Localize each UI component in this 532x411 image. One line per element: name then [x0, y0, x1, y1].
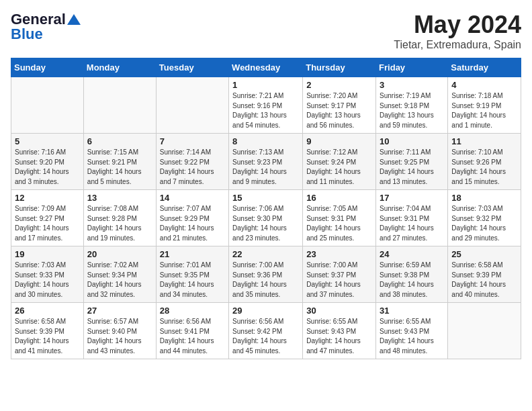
- calendar-cell: 12Sunrise: 7:09 AMSunset: 9:27 PMDayligh…: [11, 190, 84, 246]
- day-info: Sunrise: 6:57 AMSunset: 9:40 PMDaylight:…: [87, 317, 152, 356]
- day-number: 17: [380, 193, 444, 203]
- day-number: 22: [232, 249, 299, 259]
- day-of-week-saturday: Saturday: [448, 58, 521, 77]
- calendar-subtitle: Tietar, Extremadura, Spain: [394, 39, 521, 51]
- day-info: Sunrise: 7:03 AMSunset: 9:32 PMDaylight:…: [451, 204, 517, 243]
- day-of-week-thursday: Thursday: [303, 58, 376, 77]
- calendar-cell: 4Sunrise: 7:18 AMSunset: 9:19 PMDaylight…: [448, 77, 521, 134]
- day-info: Sunrise: 7:12 AMSunset: 9:24 PMDaylight:…: [306, 148, 372, 187]
- day-number: 15: [232, 193, 299, 203]
- day-number: 5: [15, 136, 80, 146]
- calendar-cell: 16Sunrise: 7:05 AMSunset: 9:31 PMDayligh…: [303, 190, 376, 246]
- day-of-week-tuesday: Tuesday: [156, 58, 228, 77]
- calendar-cell: [448, 303, 521, 359]
- day-info: Sunrise: 6:58 AMSunset: 9:39 PMDaylight:…: [451, 261, 517, 300]
- day-info: Sunrise: 7:10 AMSunset: 9:26 PMDaylight:…: [451, 148, 517, 187]
- calendar-cell: 28Sunrise: 6:56 AMSunset: 9:41 PMDayligh…: [156, 303, 228, 359]
- day-number: 18: [451, 193, 517, 203]
- day-info: Sunrise: 7:02 AMSunset: 9:34 PMDaylight:…: [87, 261, 152, 300]
- day-number: 25: [451, 249, 517, 259]
- day-info: Sunrise: 7:09 AMSunset: 9:27 PMDaylight:…: [15, 204, 80, 243]
- day-info: Sunrise: 6:55 AMSunset: 9:43 PMDaylight:…: [306, 317, 372, 356]
- day-of-week-sunday: Sunday: [11, 58, 84, 77]
- calendar-cell: 2Sunrise: 7:20 AMSunset: 9:17 PMDaylight…: [303, 77, 376, 134]
- calendar-cell: 25Sunrise: 6:58 AMSunset: 9:39 PMDayligh…: [448, 246, 521, 303]
- day-number: 23: [306, 249, 372, 259]
- day-number: 3: [380, 80, 444, 90]
- day-info: Sunrise: 7:14 AMSunset: 9:22 PMDaylight:…: [160, 148, 225, 187]
- day-number: 8: [232, 136, 299, 146]
- calendar-cell: 8Sunrise: 7:13 AMSunset: 9:23 PMDaylight…: [229, 134, 303, 190]
- day-info: Sunrise: 6:56 AMSunset: 9:42 PMDaylight:…: [232, 317, 299, 356]
- svg-marker-0: [67, 14, 81, 25]
- calendar-cell: 29Sunrise: 6:56 AMSunset: 9:42 PMDayligh…: [229, 303, 303, 359]
- day-info: Sunrise: 7:08 AMSunset: 9:28 PMDaylight:…: [87, 204, 152, 243]
- day-number: 11: [451, 136, 517, 146]
- calendar-week-row: 1Sunrise: 7:21 AMSunset: 9:16 PMDaylight…: [11, 77, 521, 134]
- calendar-week-row: 12Sunrise: 7:09 AMSunset: 9:27 PMDayligh…: [11, 190, 521, 246]
- calendar-cell: 10Sunrise: 7:11 AMSunset: 9:25 PMDayligh…: [376, 134, 448, 190]
- day-info: Sunrise: 6:56 AMSunset: 9:41 PMDaylight:…: [160, 317, 225, 356]
- day-info: Sunrise: 7:16 AMSunset: 9:20 PMDaylight:…: [15, 148, 80, 187]
- day-info: Sunrise: 7:15 AMSunset: 9:21 PMDaylight:…: [87, 148, 152, 187]
- calendar-cell: 5Sunrise: 7:16 AMSunset: 9:20 PMDaylight…: [11, 134, 84, 190]
- calendar-cell: 6Sunrise: 7:15 AMSunset: 9:21 PMDaylight…: [83, 134, 156, 190]
- day-info: Sunrise: 7:18 AMSunset: 9:19 PMDaylight:…: [451, 91, 517, 130]
- day-number: 13: [87, 193, 152, 203]
- calendar-title-block: May 2024 Tietar, Extremadura, Spain: [394, 11, 521, 51]
- calendar-cell: 21Sunrise: 7:01 AMSunset: 9:35 PMDayligh…: [156, 246, 228, 303]
- day-number: 27: [87, 306, 152, 316]
- day-number: 6: [87, 136, 152, 146]
- day-number: 21: [160, 249, 225, 259]
- page-header: General Blue May 2024 Tietar, Extremadur…: [11, 11, 521, 51]
- day-number: 30: [306, 306, 372, 316]
- calendar-title: May 2024: [394, 11, 521, 39]
- calendar-cell: [11, 77, 84, 134]
- day-number: 4: [451, 80, 517, 90]
- calendar-cell: 23Sunrise: 7:00 AMSunset: 9:37 PMDayligh…: [303, 246, 376, 303]
- calendar-cell: 30Sunrise: 6:55 AMSunset: 9:43 PMDayligh…: [303, 303, 376, 359]
- calendar-week-row: 5Sunrise: 7:16 AMSunset: 9:20 PMDaylight…: [11, 134, 521, 190]
- day-info: Sunrise: 7:04 AMSunset: 9:31 PMDaylight:…: [380, 204, 444, 243]
- day-info: Sunrise: 7:07 AMSunset: 9:29 PMDaylight:…: [160, 204, 225, 243]
- day-number: 9: [306, 136, 372, 146]
- day-info: Sunrise: 6:55 AMSunset: 9:43 PMDaylight:…: [380, 317, 444, 356]
- calendar-cell: 24Sunrise: 6:59 AMSunset: 9:38 PMDayligh…: [376, 246, 448, 303]
- logo-icon: [67, 13, 81, 26]
- calendar-cell: 31Sunrise: 6:55 AMSunset: 9:43 PMDayligh…: [376, 303, 448, 359]
- day-number: 16: [306, 193, 372, 203]
- day-info: Sunrise: 7:00 AMSunset: 9:36 PMDaylight:…: [232, 261, 299, 300]
- calendar-cell: 17Sunrise: 7:04 AMSunset: 9:31 PMDayligh…: [376, 190, 448, 246]
- day-info: Sunrise: 7:06 AMSunset: 9:30 PMDaylight:…: [232, 204, 299, 243]
- day-of-week-friday: Friday: [376, 58, 448, 77]
- day-number: 2: [306, 80, 372, 90]
- calendar-cell: 27Sunrise: 6:57 AMSunset: 9:40 PMDayligh…: [83, 303, 156, 359]
- calendar-cell: 22Sunrise: 7:00 AMSunset: 9:36 PMDayligh…: [229, 246, 303, 303]
- day-number: 24: [380, 249, 444, 259]
- day-number: 28: [160, 306, 225, 316]
- day-info: Sunrise: 7:13 AMSunset: 9:23 PMDaylight:…: [232, 148, 299, 187]
- day-number: 12: [15, 193, 80, 203]
- day-number: 7: [160, 136, 225, 146]
- calendar-header-row: SundayMondayTuesdayWednesdayThursdayFrid…: [11, 58, 521, 77]
- day-info: Sunrise: 6:59 AMSunset: 9:38 PMDaylight:…: [380, 261, 444, 300]
- calendar-cell: 20Sunrise: 7:02 AMSunset: 9:34 PMDayligh…: [83, 246, 156, 303]
- day-number: 20: [87, 249, 152, 259]
- day-info: Sunrise: 7:21 AMSunset: 9:16 PMDaylight:…: [232, 91, 299, 130]
- day-number: 14: [160, 193, 225, 203]
- calendar-cell: 13Sunrise: 7:08 AMSunset: 9:28 PMDayligh…: [83, 190, 156, 246]
- calendar-cell: 1Sunrise: 7:21 AMSunset: 9:16 PMDaylight…: [229, 77, 303, 134]
- calendar-cell: [83, 77, 156, 134]
- day-number: 19: [15, 249, 80, 259]
- day-info: Sunrise: 7:20 AMSunset: 9:17 PMDaylight:…: [306, 91, 372, 130]
- day-info: Sunrise: 7:00 AMSunset: 9:37 PMDaylight:…: [306, 261, 372, 300]
- day-of-week-wednesday: Wednesday: [229, 58, 303, 77]
- day-info: Sunrise: 7:05 AMSunset: 9:31 PMDaylight:…: [306, 204, 372, 243]
- day-info: Sunrise: 7:11 AMSunset: 9:25 PMDaylight:…: [380, 148, 444, 187]
- day-number: 10: [380, 136, 444, 146]
- day-info: Sunrise: 7:03 AMSunset: 9:33 PMDaylight:…: [15, 261, 80, 300]
- day-of-week-monday: Monday: [83, 58, 156, 77]
- calendar-cell: [156, 77, 228, 134]
- calendar-cell: 18Sunrise: 7:03 AMSunset: 9:32 PMDayligh…: [448, 190, 521, 246]
- calendar-week-row: 19Sunrise: 7:03 AMSunset: 9:33 PMDayligh…: [11, 246, 521, 303]
